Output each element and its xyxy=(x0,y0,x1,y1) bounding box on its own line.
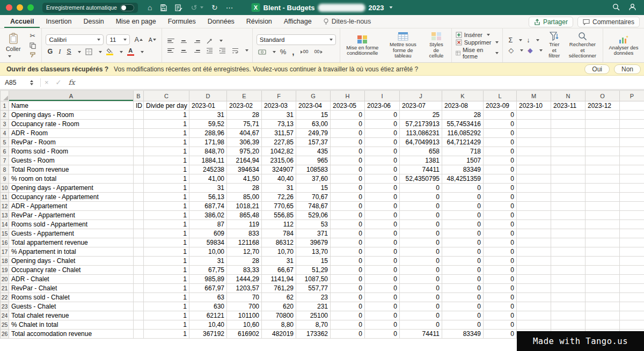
fill-color-icon[interactable] xyxy=(105,48,115,56)
cell-H4[interactable]: 0 xyxy=(331,129,365,138)
cell-F1[interactable]: 2023-03 xyxy=(262,101,296,111)
autosum-dropdown-icon[interactable] xyxy=(519,39,522,41)
cell-D21[interactable]: 667,97 xyxy=(189,284,227,293)
cell-styles-button[interactable]: Styles de cellule xyxy=(425,31,448,60)
col-header-F[interactable]: F xyxy=(262,91,296,101)
refresh-icon[interactable]: ↻ xyxy=(211,4,218,11)
cell-N12[interactable] xyxy=(551,202,586,211)
cell-A25[interactable]: % Chalet in total xyxy=(9,320,134,330)
cell-O6[interactable] xyxy=(586,147,620,156)
save-icon[interactable] xyxy=(160,4,167,11)
underline-button[interactable]: S xyxy=(65,48,72,56)
cell-G7[interactable]: 965 xyxy=(296,156,331,165)
cell-K17[interactable]: 0 xyxy=(442,247,484,257)
cell-G25[interactable]: 8,70 xyxy=(296,320,331,330)
cell-E21[interactable]: 1203,57 xyxy=(227,284,262,293)
tab-dessin[interactable]: Dessin xyxy=(77,15,109,28)
cell-A19[interactable]: Occupancy rate - Chalet xyxy=(9,266,134,275)
cell-C1[interactable]: Divide per day xyxy=(144,101,189,111)
col-header-O[interactable]: O xyxy=(586,91,620,101)
cell-K11[interactable]: 0 xyxy=(442,193,484,202)
cell-P14[interactable] xyxy=(620,220,644,229)
cell-J2[interactable]: 25 xyxy=(400,111,442,120)
cell-I6[interactable]: 0 xyxy=(365,147,400,156)
cell-J23[interactable]: 0 xyxy=(400,302,442,311)
cell-P10[interactable] xyxy=(620,184,644,193)
cell-B12[interactable] xyxy=(134,202,144,211)
cell-K26[interactable]: 83349 xyxy=(442,330,484,339)
wrap-dropdown-icon[interactable] xyxy=(245,49,248,52)
cell-D20[interactable]: 985,89 xyxy=(189,275,227,284)
row-header-1[interactable]: 1 xyxy=(1,101,9,111)
cell-G2[interactable]: 15 xyxy=(296,111,331,120)
cell-H18[interactable]: 0 xyxy=(331,257,365,266)
row-header-24[interactable]: 24 xyxy=(1,311,9,320)
cell-P7[interactable] xyxy=(620,156,644,165)
cell-D7[interactable]: 1884,11 xyxy=(189,156,227,165)
cell-D2[interactable]: 31 xyxy=(189,111,227,120)
col-header-A[interactable]: A xyxy=(9,91,134,101)
cell-P2[interactable] xyxy=(620,111,644,120)
row-header-23[interactable]: 23 xyxy=(1,302,9,311)
cell-L20[interactable]: 0 xyxy=(484,275,517,284)
cell-E19[interactable]: 83,33 xyxy=(227,266,262,275)
cell-J4[interactable]: 113,086231 xyxy=(400,129,442,138)
delete-dropdown-icon[interactable] xyxy=(495,41,499,43)
cell-K18[interactable]: 0 xyxy=(442,257,484,266)
cell-M7[interactable] xyxy=(517,156,551,165)
tab-accueil[interactable]: Accueil xyxy=(4,15,40,28)
analyze-data-button[interactable]: Analyser des données xyxy=(607,34,640,57)
cell-M17[interactable] xyxy=(517,247,551,257)
increase-indent-icon[interactable] xyxy=(217,47,228,54)
cell-C12[interactable]: 1 xyxy=(144,202,189,211)
tab-affichage[interactable]: Affichage xyxy=(278,15,318,28)
cell-K12[interactable]: 0 xyxy=(442,202,484,211)
cell-A3[interactable]: Occupancy rate - Room xyxy=(9,120,134,129)
cell-J22[interactable]: 0 xyxy=(400,293,442,302)
cell-N16[interactable] xyxy=(551,238,586,247)
cell-I25[interactable]: 0 xyxy=(365,320,400,330)
cell-I24[interactable]: 0 xyxy=(365,311,400,320)
col-header-L[interactable]: L xyxy=(484,91,517,101)
cell-A6[interactable]: Rooms sold - Room xyxy=(9,147,134,156)
cell-P3[interactable] xyxy=(620,120,644,129)
cell-E13[interactable]: 865,48 xyxy=(227,211,262,220)
autosum-icon[interactable]: Σ xyxy=(507,36,514,45)
cell-E24[interactable]: 101100 xyxy=(227,311,262,320)
row-header-8[interactable]: 8 xyxy=(1,165,9,174)
share-button[interactable]: Partager xyxy=(529,17,573,27)
cell-L10[interactable]: 0 xyxy=(484,184,517,193)
cell-K13[interactable]: 0 xyxy=(442,211,484,220)
cell-A17[interactable]: % Appartement in total xyxy=(9,247,134,257)
no-button[interactable]: Non xyxy=(614,64,641,74)
cell-K20[interactable]: 0 xyxy=(442,275,484,284)
cell-O19[interactable] xyxy=(586,266,620,275)
cell-O1[interactable]: 2023-12 xyxy=(586,101,620,111)
cell-M18[interactable] xyxy=(517,257,551,266)
cell-O18[interactable] xyxy=(586,257,620,266)
fill-color-dropdown-icon[interactable] xyxy=(120,51,123,53)
cell-N4[interactable] xyxy=(551,129,586,138)
zoom-window-button[interactable] xyxy=(27,4,34,11)
cell-H15[interactable]: 0 xyxy=(331,229,365,238)
cell-A15[interactable]: Guests - Appartement xyxy=(9,229,134,238)
cell-P1[interactable] xyxy=(620,101,644,111)
cell-E2[interactable]: 28 xyxy=(227,111,262,120)
cell-M6[interactable] xyxy=(517,147,551,156)
cell-L21[interactable]: 0 xyxy=(484,284,517,293)
cell-K22[interactable]: 0 xyxy=(442,293,484,302)
cell-N23[interactable] xyxy=(551,302,586,311)
align-right-icon[interactable] xyxy=(192,48,202,54)
cell-N14[interactable] xyxy=(551,220,586,229)
cell-P25[interactable] xyxy=(620,320,644,330)
cell-A20[interactable]: ADR - Chalet xyxy=(9,275,134,284)
cell-J11[interactable]: 0 xyxy=(400,193,442,202)
cell-F16[interactable]: 86312 xyxy=(262,238,296,247)
cell-M22[interactable] xyxy=(517,293,551,302)
cell-A24[interactable]: Total chalet revenue xyxy=(9,311,134,320)
cell-B21[interactable] xyxy=(134,284,144,293)
cell-C24[interactable]: 1 xyxy=(144,311,189,320)
cell-L9[interactable]: 0 xyxy=(484,174,517,184)
cell-G26[interactable]: 173362 xyxy=(296,330,331,339)
cell-E15[interactable]: 833 xyxy=(227,229,262,238)
